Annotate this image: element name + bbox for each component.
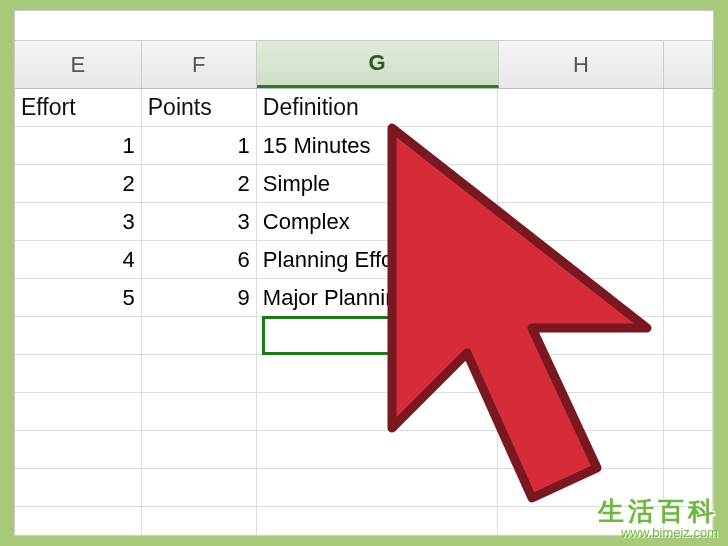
table-row: 1 1 15 Minutes: [15, 127, 713, 165]
cell[interactable]: Major Planning Effort: [257, 279, 499, 317]
watermark: 生活百科 www.bimeiz.com: [598, 494, 718, 540]
cell[interactable]: [257, 317, 499, 355]
watermark-title: 生活百科: [598, 494, 718, 529]
cell[interactable]: [498, 317, 664, 355]
cell[interactable]: [15, 507, 142, 536]
cell[interactable]: [664, 355, 713, 393]
column-header-G[interactable]: G: [257, 41, 499, 88]
cell[interactable]: [498, 393, 664, 431]
cell[interactable]: [498, 355, 664, 393]
column-header-F[interactable]: F: [142, 41, 257, 88]
cell[interactable]: [498, 89, 664, 127]
cell[interactable]: [257, 469, 499, 507]
cell[interactable]: 1: [15, 127, 142, 165]
cell[interactable]: [257, 355, 499, 393]
cell[interactable]: [142, 469, 257, 507]
cell[interactable]: [664, 165, 713, 203]
table-row: [15, 317, 713, 355]
cell[interactable]: Simple: [257, 165, 499, 203]
cell[interactable]: [664, 431, 713, 469]
cell[interactable]: 9: [142, 279, 257, 317]
table-row: 3 3 Complex: [15, 203, 713, 241]
cell[interactable]: 15 Minutes: [257, 127, 499, 165]
column-header-edge: [664, 41, 713, 88]
cell[interactable]: [15, 431, 142, 469]
column-header-H[interactable]: H: [499, 41, 665, 88]
cell[interactable]: [15, 317, 142, 355]
cell[interactable]: [498, 203, 664, 241]
cell[interactable]: [257, 393, 499, 431]
cell[interactable]: [142, 431, 257, 469]
cell[interactable]: 3: [142, 203, 257, 241]
cell[interactable]: [142, 507, 257, 536]
table-row: Effort Points Definition: [15, 89, 713, 127]
cell[interactable]: [142, 355, 257, 393]
column-headers: E F G H: [15, 41, 713, 89]
table-row: [15, 431, 713, 469]
cell[interactable]: [498, 431, 664, 469]
column-header-E[interactable]: E: [15, 41, 142, 88]
table-row: 5 9 Major Planning Effort: [15, 279, 713, 317]
cell[interactable]: [664, 279, 713, 317]
spreadsheet-grid[interactable]: Effort Points Definition 1 1 15 Minutes …: [15, 89, 713, 536]
cell[interactable]: Points: [142, 89, 257, 127]
cell[interactable]: 3: [15, 203, 142, 241]
cell[interactable]: [15, 355, 142, 393]
cell[interactable]: [142, 317, 257, 355]
cell[interactable]: [498, 241, 664, 279]
cell[interactable]: [257, 431, 499, 469]
cell[interactable]: [664, 89, 713, 127]
cell[interactable]: 4: [15, 241, 142, 279]
cell[interactable]: [664, 203, 713, 241]
cell[interactable]: [498, 279, 664, 317]
cell[interactable]: [664, 393, 713, 431]
formula-bar-area: [15, 11, 713, 41]
cell[interactable]: [664, 317, 713, 355]
table-row: [15, 355, 713, 393]
cell[interactable]: 1: [142, 127, 257, 165]
cell[interactable]: [664, 241, 713, 279]
cell[interactable]: [257, 507, 499, 536]
cell[interactable]: Planning Effort: [257, 241, 499, 279]
cell[interactable]: [15, 469, 142, 507]
cell[interactable]: 6: [142, 241, 257, 279]
cell[interactable]: 2: [142, 165, 257, 203]
cell[interactable]: [142, 393, 257, 431]
cell[interactable]: 2: [15, 165, 142, 203]
cell[interactable]: [15, 393, 142, 431]
cell[interactable]: Definition: [257, 89, 499, 127]
spreadsheet-window: E F G H Effort Points Definition 1 1 15 …: [14, 10, 714, 536]
cell[interactable]: [498, 165, 664, 203]
cell[interactable]: Effort: [15, 89, 142, 127]
cell[interactable]: 5: [15, 279, 142, 317]
cell[interactable]: [498, 127, 664, 165]
table-row: [15, 393, 713, 431]
table-row: 4 6 Planning Effort: [15, 241, 713, 279]
table-row: 2 2 Simple: [15, 165, 713, 203]
cell[interactable]: [664, 127, 713, 165]
cell[interactable]: Complex: [257, 203, 499, 241]
